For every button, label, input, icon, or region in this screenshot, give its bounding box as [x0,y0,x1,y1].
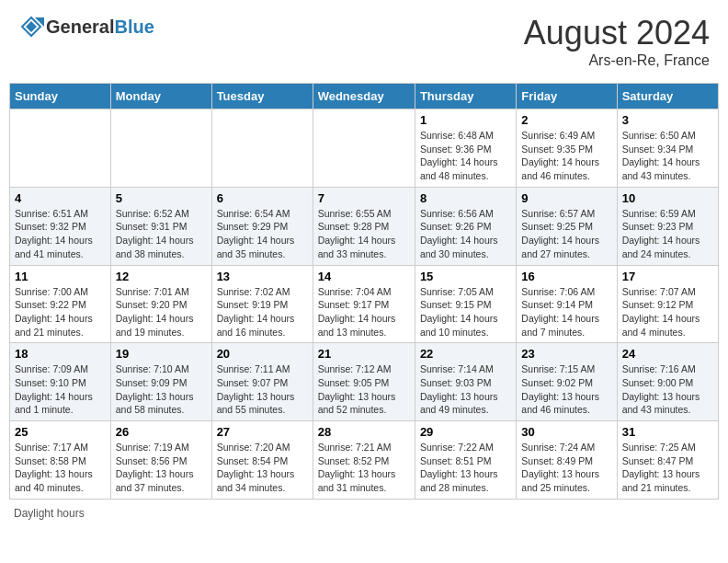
logo: GeneralBlue [18,14,154,40]
calendar-footer: Daylight hours [9,507,719,520]
calendar-cell: 15Sunrise: 7:05 AM Sunset: 9:15 PM Dayli… [415,265,516,343]
day-number: 9 [521,191,611,205]
calendar-cell: 10Sunrise: 6:59 AM Sunset: 9:23 PM Dayli… [617,187,718,265]
page-header: GeneralBlue August 2024 Ars-en-Re, Franc… [9,9,719,74]
day-header-tuesday: Tuesday [211,84,313,109]
day-number: 15 [420,270,511,283]
calendar-week-row: 4Sunrise: 6:51 AM Sunset: 9:32 PM Daylig… [10,187,719,265]
day-info: Sunrise: 7:24 AM Sunset: 8:49 PM Dayligh… [521,441,611,495]
calendar-cell: 20Sunrise: 7:11 AM Sunset: 9:07 PM Dayli… [211,343,313,421]
calendar-cell: 3Sunrise: 6:50 AM Sunset: 9:34 PM Daylig… [617,109,718,188]
day-info: Sunrise: 7:04 AM Sunset: 9:17 PM Dayligh… [318,285,410,339]
calendar-cell: 23Sunrise: 7:15 AM Sunset: 9:02 PM Dayli… [517,343,617,421]
calendar-cell: 26Sunrise: 7:19 AM Sunset: 8:56 PM Dayli… [110,421,211,500]
calendar-cell: 14Sunrise: 7:04 AM Sunset: 9:17 PM Dayli… [313,265,415,343]
day-info: Sunrise: 7:09 AM Sunset: 9:10 PM Dayligh… [15,362,106,417]
calendar-header-row: SundayMondayTuesdayWednesdayThursdayFrid… [10,84,719,109]
calendar-cell [211,109,313,188]
month-title: August 2024 [524,14,710,52]
day-header-monday: Monday [110,84,211,109]
day-info: Sunrise: 6:48 AM Sunset: 9:36 PM Dayligh… [420,129,511,183]
day-info: Sunrise: 7:17 AM Sunset: 8:58 PM Dayligh… [15,441,106,495]
calendar-cell: 8Sunrise: 6:56 AM Sunset: 9:26 PM Daylig… [415,187,516,265]
day-number: 29 [420,425,511,439]
day-number: 28 [318,425,410,439]
calendar-cell: 31Sunrise: 7:25 AM Sunset: 8:47 PM Dayli… [617,421,718,500]
day-number: 18 [15,347,106,361]
day-info: Sunrise: 7:11 AM Sunset: 9:07 PM Dayligh… [217,362,308,417]
calendar-cell: 6Sunrise: 6:54 AM Sunset: 9:29 PM Daylig… [211,187,313,265]
day-info: Sunrise: 7:22 AM Sunset: 8:51 PM Dayligh… [420,441,511,495]
day-number: 17 [622,270,713,283]
day-header-thursday: Thursday [415,84,516,109]
day-number: 25 [15,425,106,439]
calendar-week-row: 11Sunrise: 7:00 AM Sunset: 9:22 PM Dayli… [10,265,719,343]
day-number: 23 [521,347,611,361]
day-info: Sunrise: 7:07 AM Sunset: 9:12 PM Dayligh… [622,285,713,339]
day-number: 31 [622,425,713,439]
day-info: Sunrise: 6:57 AM Sunset: 9:25 PM Dayligh… [521,207,611,261]
calendar-table: SundayMondayTuesdayWednesdayThursdayFrid… [9,83,719,500]
day-number: 14 [318,270,410,283]
day-info: Sunrise: 7:06 AM Sunset: 9:14 PM Dayligh… [521,285,611,339]
day-number: 22 [420,347,511,361]
footer-label: Daylight hours [14,507,85,520]
day-number: 2 [521,113,611,127]
day-number: 6 [217,191,308,205]
day-number: 21 [318,347,410,361]
calendar-cell: 7Sunrise: 6:55 AM Sunset: 9:28 PM Daylig… [313,187,415,265]
calendar-cell: 4Sunrise: 6:51 AM Sunset: 9:32 PM Daylig… [10,187,111,265]
calendar-cell: 2Sunrise: 6:49 AM Sunset: 9:35 PM Daylig… [517,109,617,188]
calendar-cell: 9Sunrise: 6:57 AM Sunset: 9:25 PM Daylig… [517,187,617,265]
day-info: Sunrise: 7:21 AM Sunset: 8:52 PM Dayligh… [318,441,410,495]
calendar-cell: 18Sunrise: 7:09 AM Sunset: 9:10 PM Dayli… [10,343,111,421]
day-header-sunday: Sunday [10,84,111,109]
calendar-cell: 22Sunrise: 7:14 AM Sunset: 9:03 PM Dayli… [415,343,516,421]
calendar-cell: 17Sunrise: 7:07 AM Sunset: 9:12 PM Dayli… [617,265,718,343]
location-subtitle: Ars-en-Re, France [524,52,710,69]
day-info: Sunrise: 7:00 AM Sunset: 9:22 PM Dayligh… [15,285,106,339]
calendar-cell: 1Sunrise: 6:48 AM Sunset: 9:36 PM Daylig… [415,109,516,188]
calendar-week-row: 1Sunrise: 6:48 AM Sunset: 9:36 PM Daylig… [10,109,719,188]
logo-general: General [46,17,114,37]
title-block: August 2024 Ars-en-Re, France [524,14,710,69]
day-info: Sunrise: 6:59 AM Sunset: 9:23 PM Dayligh… [622,207,713,261]
calendar-cell: 29Sunrise: 7:22 AM Sunset: 8:51 PM Dayli… [415,421,516,500]
day-number: 4 [15,191,106,205]
calendar-cell: 30Sunrise: 7:24 AM Sunset: 8:49 PM Dayli… [517,421,617,500]
day-info: Sunrise: 7:10 AM Sunset: 9:09 PM Dayligh… [116,362,207,417]
day-header-saturday: Saturday [617,84,718,109]
day-info: Sunrise: 7:20 AM Sunset: 8:54 PM Dayligh… [217,441,308,495]
calendar-cell: 25Sunrise: 7:17 AM Sunset: 8:58 PM Dayli… [10,421,111,500]
calendar-cell: 13Sunrise: 7:02 AM Sunset: 9:19 PM Dayli… [211,265,313,343]
calendar-cell [313,109,415,188]
day-info: Sunrise: 7:15 AM Sunset: 9:02 PM Dayligh… [521,362,611,417]
day-number: 8 [420,191,511,205]
calendar-cell [10,109,111,188]
day-number: 5 [116,191,207,205]
calendar-cell: 27Sunrise: 7:20 AM Sunset: 8:54 PM Dayli… [211,421,313,500]
day-info: Sunrise: 6:52 AM Sunset: 9:31 PM Dayligh… [116,207,207,261]
day-info: Sunrise: 7:02 AM Sunset: 9:19 PM Dayligh… [217,285,308,339]
day-info: Sunrise: 7:12 AM Sunset: 9:05 PM Dayligh… [318,362,410,417]
day-info: Sunrise: 7:01 AM Sunset: 9:20 PM Dayligh… [116,285,207,339]
logo-icon [18,14,44,40]
calendar-cell [110,109,211,188]
day-info: Sunrise: 7:19 AM Sunset: 8:56 PM Dayligh… [116,441,207,495]
svg-marker-1 [26,21,37,32]
day-header-wednesday: Wednesday [313,84,415,109]
calendar-cell: 21Sunrise: 7:12 AM Sunset: 9:05 PM Dayli… [313,343,415,421]
calendar-body: 1Sunrise: 6:48 AM Sunset: 9:36 PM Daylig… [10,109,719,500]
day-info: Sunrise: 6:56 AM Sunset: 9:26 PM Dayligh… [420,207,511,261]
calendar-cell: 12Sunrise: 7:01 AM Sunset: 9:20 PM Dayli… [110,265,211,343]
day-info: Sunrise: 6:54 AM Sunset: 9:29 PM Dayligh… [217,207,308,261]
logo-blue: Blue [114,17,154,37]
calendar-cell: 5Sunrise: 6:52 AM Sunset: 9:31 PM Daylig… [110,187,211,265]
calendar-cell: 24Sunrise: 7:16 AM Sunset: 9:00 PM Dayli… [617,343,718,421]
calendar-cell: 28Sunrise: 7:21 AM Sunset: 8:52 PM Dayli… [313,421,415,500]
day-number: 12 [116,270,207,283]
calendar-week-row: 25Sunrise: 7:17 AM Sunset: 8:58 PM Dayli… [10,421,719,500]
day-info: Sunrise: 7:16 AM Sunset: 9:00 PM Dayligh… [622,362,713,417]
day-number: 10 [622,191,713,205]
day-info: Sunrise: 6:49 AM Sunset: 9:35 PM Dayligh… [521,129,611,183]
